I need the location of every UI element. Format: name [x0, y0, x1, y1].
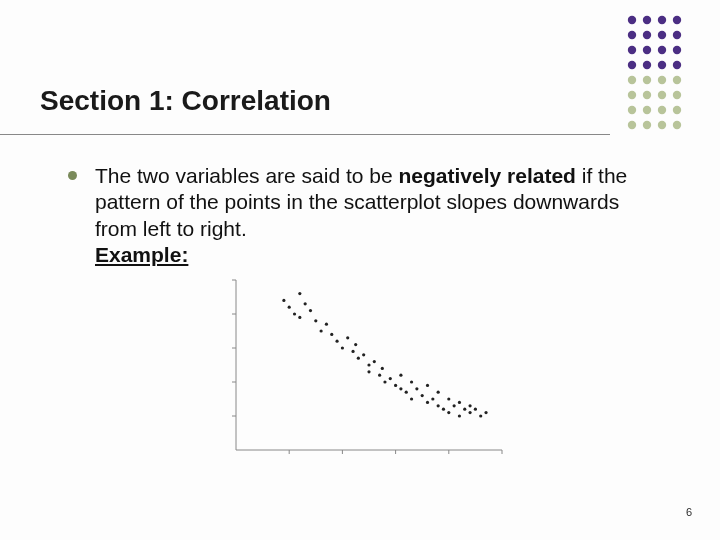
svg-point-83 — [453, 404, 456, 407]
svg-point-81 — [447, 397, 450, 400]
svg-point-68 — [399, 374, 402, 377]
svg-point-91 — [484, 411, 487, 414]
svg-point-88 — [468, 411, 471, 414]
bullet-icon — [68, 171, 77, 180]
svg-point-52 — [330, 333, 333, 336]
svg-point-76 — [426, 384, 429, 387]
example-label: Example: — [95, 243, 188, 266]
svg-point-50 — [320, 329, 323, 332]
svg-point-54 — [341, 346, 344, 349]
svg-point-48 — [309, 309, 312, 312]
svg-point-71 — [410, 380, 413, 383]
svg-point-46 — [298, 316, 301, 319]
svg-point-47 — [304, 302, 307, 305]
scatter-chart — [218, 274, 660, 468]
svg-point-80 — [442, 408, 445, 411]
body-bold-negatively-related: negatively related — [399, 164, 576, 187]
svg-point-87 — [468, 404, 471, 407]
svg-point-79 — [437, 391, 440, 394]
body-pre: The two variables are said to be — [95, 164, 399, 187]
svg-point-77 — [431, 397, 434, 400]
svg-point-61 — [367, 370, 370, 373]
svg-point-45 — [298, 292, 301, 295]
svg-point-67 — [394, 384, 397, 387]
svg-point-60 — [367, 363, 370, 366]
svg-point-43 — [288, 306, 291, 309]
svg-point-51 — [325, 323, 328, 326]
svg-point-57 — [354, 343, 357, 346]
svg-point-58 — [357, 357, 360, 360]
svg-point-44 — [293, 312, 296, 315]
svg-point-70 — [405, 391, 408, 394]
svg-point-74 — [421, 394, 424, 397]
svg-point-59 — [362, 353, 365, 356]
svg-point-86 — [463, 408, 466, 411]
svg-point-75 — [426, 401, 429, 404]
heading-block: Section 1: Correlation — [0, 0, 720, 135]
svg-point-53 — [335, 340, 338, 343]
svg-point-82 — [447, 411, 450, 414]
svg-point-89 — [474, 408, 477, 411]
svg-point-84 — [458, 401, 461, 404]
svg-point-73 — [415, 387, 418, 390]
svg-point-49 — [314, 319, 317, 322]
svg-point-42 — [282, 299, 285, 302]
svg-point-72 — [410, 397, 413, 400]
svg-point-55 — [346, 336, 349, 339]
svg-point-69 — [399, 387, 402, 390]
svg-point-78 — [437, 404, 440, 407]
svg-point-65 — [383, 380, 386, 383]
bullet-item: The two variables are said to be negativ… — [68, 163, 660, 268]
svg-point-64 — [381, 367, 384, 370]
svg-point-85 — [458, 414, 461, 417]
svg-point-62 — [373, 360, 376, 363]
svg-point-56 — [351, 350, 354, 353]
svg-point-66 — [389, 377, 392, 380]
svg-point-63 — [378, 374, 381, 377]
page-title: Section 1: Correlation — [40, 85, 680, 125]
svg-point-90 — [479, 414, 482, 417]
page-number: 6 — [686, 506, 692, 518]
body-text: The two variables are said to be negativ… — [95, 163, 660, 268]
heading-underline — [0, 134, 610, 135]
body-area: The two variables are said to be negativ… — [0, 135, 720, 468]
